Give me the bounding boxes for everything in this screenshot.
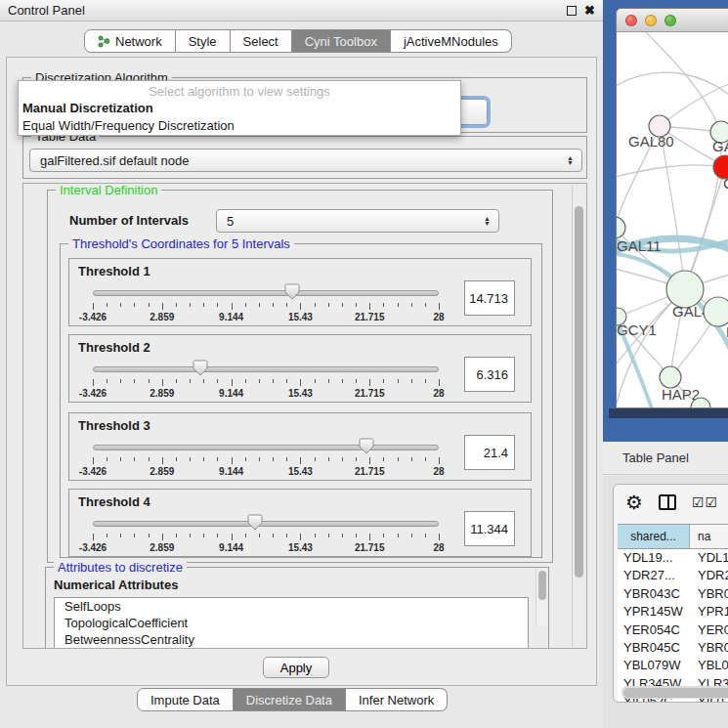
network-graph[interactable]: GAL80GACGAL11GAL4GCY1HHAP2 bbox=[617, 32, 728, 408]
table-row[interactable]: YER054CYER0 bbox=[618, 621, 728, 639]
group-label: Interval Definition bbox=[56, 183, 161, 197]
numerical-attributes-list[interactable]: SelfLoopsTopologicalCoefficientBetweenne… bbox=[54, 597, 529, 649]
tick-mark bbox=[134, 303, 135, 307]
float-window-icon[interactable] bbox=[567, 6, 577, 16]
tick-label: 9.144 bbox=[202, 466, 261, 477]
slider-track[interactable] bbox=[93, 521, 439, 527]
tick-mark bbox=[300, 303, 301, 310]
node-gal11[interactable] bbox=[617, 217, 625, 238]
tick-mark bbox=[176, 457, 177, 461]
tick-mark bbox=[328, 534, 329, 537]
threshold-slider[interactable]: -3.4262.8599.14415.4321.71528 bbox=[87, 437, 445, 480]
list-item-selfloops[interactable]: SelfLoops bbox=[55, 598, 528, 615]
tick-mark bbox=[149, 457, 150, 461]
tab-label: Network bbox=[115, 34, 162, 49]
select-columns-icon[interactable]: ☑☑ bbox=[692, 494, 718, 510]
threshold-slider[interactable]: -3.4262.8599.14415.4321.71528 bbox=[87, 513, 445, 556]
table-panel-body: ⚙ ☑☑ shared... na YDL19...YDL1YDR27...YD… bbox=[603, 476, 728, 728]
cell-name: YDR2 bbox=[690, 567, 728, 584]
mac-close-button[interactable] bbox=[625, 15, 637, 26]
table-row[interactable]: YBR045CYBR0 bbox=[618, 639, 728, 657]
slider-thumb[interactable] bbox=[193, 360, 208, 376]
tab-select[interactable]: Select bbox=[231, 29, 292, 53]
tick-mark bbox=[120, 534, 121, 537]
slider-track[interactable] bbox=[93, 290, 439, 296]
control-panel: Control Panel ✖ NetworkStyleSelectCyni T… bbox=[0, 0, 603, 728]
tick-mark bbox=[259, 534, 260, 537]
network-icon bbox=[98, 35, 110, 48]
tick-mark bbox=[342, 457, 343, 461]
vertical-scrollbar[interactable] bbox=[572, 185, 585, 647]
tick-mark bbox=[425, 457, 426, 461]
tab-impute-data[interactable]: Impute Data bbox=[137, 688, 234, 711]
numerical-attributes-label: Numerical Attributes bbox=[54, 578, 178, 592]
tab-style[interactable]: Style bbox=[176, 29, 231, 53]
list-item-topologicalcoefficient[interactable]: TopologicalCoefficient bbox=[55, 615, 528, 631]
slider-track[interactable] bbox=[93, 445, 439, 450]
tab-discretize-data[interactable]: Discretize Data bbox=[234, 688, 346, 711]
tab-label: Impute Data bbox=[150, 693, 220, 707]
table-row[interactable]: YDL19...YDL1 bbox=[618, 549, 728, 567]
tick-mark bbox=[383, 534, 384, 537]
tab-jactivemnodules[interactable]: jActiveMNodules bbox=[391, 29, 512, 53]
tab-cyni-toolbox[interactable]: Cyni Toolbox bbox=[292, 29, 391, 53]
tick-mark bbox=[342, 534, 343, 537]
close-icon[interactable]: ✖ bbox=[584, 5, 595, 16]
tick-mark bbox=[232, 457, 233, 464]
threshold-value-field[interactable]: 6.316 bbox=[464, 357, 515, 392]
table-panel-titlebar: Table Panel bbox=[603, 442, 728, 475]
table-header-row: shared... na bbox=[618, 524, 728, 549]
popup-item-equal-width-frequency-discretization[interactable]: Equal Width/Frequency Discretization bbox=[19, 117, 460, 135]
mac-minimize-button[interactable] bbox=[645, 15, 657, 26]
slider-thumb[interactable] bbox=[359, 438, 374, 454]
threshold-value-field[interactable]: 21.4 bbox=[464, 435, 515, 470]
threshold-value-field[interactable]: 14.713 bbox=[464, 280, 515, 316]
attributes-group: Attributes to discretize Numerical Attri… bbox=[45, 567, 549, 649]
tick-mark bbox=[398, 303, 399, 307]
table-row[interactable]: YDR27...YDR2 bbox=[618, 567, 728, 584]
threshold-panel: Threshold 4 -3.4262.8599.14415.4321.7152… bbox=[68, 489, 532, 557]
table-data-selected: galFiltered.sif default node bbox=[40, 153, 189, 168]
tick-mark bbox=[217, 534, 218, 537]
apply-button[interactable]: Apply bbox=[263, 657, 329, 678]
tick-mark bbox=[342, 379, 343, 383]
node-hap2[interactable] bbox=[660, 366, 681, 388]
table-data-combobox[interactable]: galFiltered.sif default node ▲▼ bbox=[29, 149, 582, 172]
tick-mark bbox=[107, 534, 107, 537]
split-columns-icon[interactable] bbox=[659, 494, 676, 510]
threshold-panel: Threshold 3 -3.4262.8599.14415.4321.7152… bbox=[68, 412, 532, 481]
horizontal-scrollbar[interactable] bbox=[621, 686, 728, 699]
threshold-slider[interactable]: -3.4262.8599.14415.4321.71528 bbox=[87, 359, 445, 402]
slider-track[interactable] bbox=[93, 366, 439, 372]
threshold-value-field[interactable]: 11.344 bbox=[464, 511, 515, 546]
tab-network[interactable]: Network bbox=[84, 29, 176, 53]
tick-mark bbox=[356, 457, 357, 461]
gear-icon[interactable]: ⚙ bbox=[625, 491, 643, 514]
column-header-name[interactable]: na bbox=[690, 525, 728, 548]
slider-thumb[interactable] bbox=[247, 514, 263, 531]
network-view-window: GAL80GACGAL11GAL4GCY1HHAP2 bbox=[616, 8, 728, 408]
table-card: ⚙ ☑☑ shared... na YDL19...YDL1YDR27...YD… bbox=[613, 484, 728, 703]
tick-mark bbox=[286, 457, 287, 461]
list-item-betweennesscentrality[interactable]: BetweennessCentrality bbox=[55, 631, 528, 648]
column-header-shared-name[interactable]: shared... bbox=[618, 525, 690, 548]
tick-mark bbox=[162, 457, 163, 464]
mac-zoom-button[interactable] bbox=[664, 15, 676, 26]
threshold-slider[interactable]: -3.4262.8599.14415.4321.71528 bbox=[87, 282, 445, 325]
slider-thumb[interactable] bbox=[284, 283, 300, 300]
popup-item-manual-discretization[interactable]: Manual Discretization bbox=[19, 100, 460, 117]
tick-mark bbox=[315, 379, 316, 383]
table-row[interactable]: YBL079WYBL0 bbox=[618, 657, 728, 674]
tab-infer-network[interactable]: Infer Network bbox=[346, 688, 448, 711]
node-h[interactable] bbox=[704, 297, 728, 326]
tick-label: 21.715 bbox=[340, 542, 399, 553]
tick-mark bbox=[273, 534, 274, 537]
list-scrollbar[interactable] bbox=[535, 569, 547, 625]
tick-mark bbox=[93, 457, 94, 464]
tick-label: 28 bbox=[409, 312, 468, 322]
tick-label: 9.144 bbox=[202, 312, 261, 322]
table-row[interactable]: YBR043CYBR0 bbox=[618, 585, 728, 603]
tick-mark bbox=[383, 379, 384, 383]
num-intervals-combobox[interactable]: 5 ▲▼ bbox=[216, 209, 499, 233]
table-row[interactable]: YPR145WYPR1 bbox=[618, 603, 728, 621]
